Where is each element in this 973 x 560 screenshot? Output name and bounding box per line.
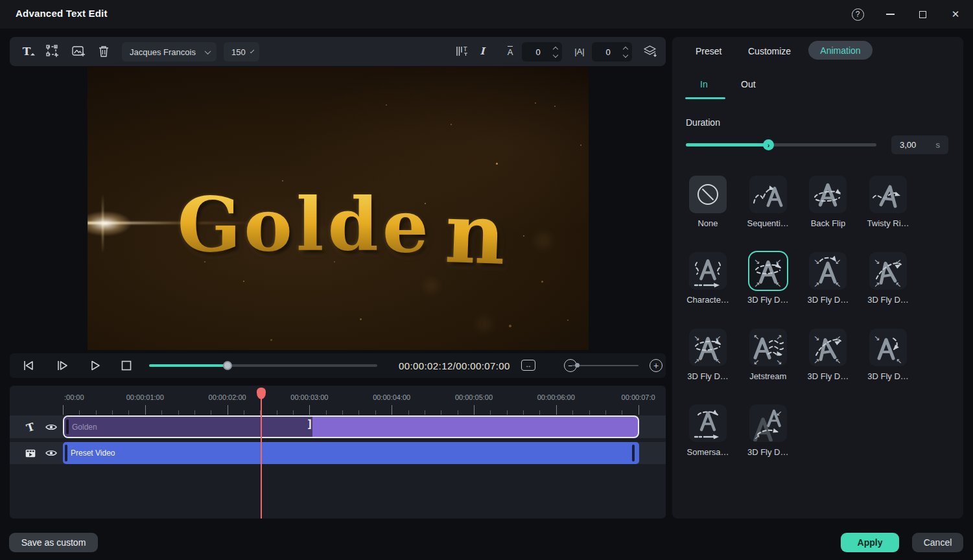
tab-animation[interactable]: Animation bbox=[808, 41, 873, 60]
stop-button[interactable] bbox=[119, 358, 134, 373]
tab-preset[interactable]: Preset bbox=[696, 46, 721, 56]
ruler-tick bbox=[539, 410, 540, 415]
italic-button[interactable]: I bbox=[473, 41, 492, 61]
animation-preset-thumbnail[interactable] bbox=[869, 176, 907, 213]
titlebar: Advanced Text Edit ? ✕ bbox=[0, 0, 973, 29]
add-image-button[interactable] bbox=[69, 41, 88, 61]
animation-preset-3d-fly-d-[interactable]: ↘↙↗↖3D Fly D… bbox=[740, 252, 796, 305]
close-button[interactable]: ✕ bbox=[947, 6, 964, 22]
letter-spacing-button[interactable]: |A| bbox=[570, 41, 589, 61]
subtab-out[interactable]: Out bbox=[741, 79, 756, 89]
animation-preset-back-flip[interactable]: Back Flip bbox=[800, 176, 856, 228]
preview-letter: d bbox=[327, 189, 382, 261]
animation-preset-thumbnail[interactable]: ↘↖ bbox=[869, 329, 907, 366]
ruler-label: 00:00:04:00 bbox=[366, 393, 417, 401]
ruler-tick bbox=[309, 405, 310, 415]
line-spacing-button[interactable]: A bbox=[500, 41, 520, 61]
animation-preset-label: 3D Fly D… bbox=[800, 371, 856, 381]
animation-preset-thumbnail[interactable] bbox=[689, 404, 727, 442]
svg-text:T: T bbox=[463, 46, 467, 52]
cancel-button[interactable]: Cancel bbox=[912, 533, 963, 552]
svg-text:↖: ↖ bbox=[715, 357, 721, 366]
animation-preset-thumbnail[interactable] bbox=[689, 176, 727, 213]
animation-preset-thumbnail[interactable]: ↙↗ bbox=[749, 404, 787, 442]
svg-text:↖: ↖ bbox=[835, 357, 841, 366]
play-button[interactable] bbox=[88, 358, 103, 373]
video-clip[interactable]: Preset Video bbox=[63, 442, 639, 464]
animation-preset-3d-fly-d-[interactable]: ↘↙↗↖3D Fly D… bbox=[860, 252, 916, 305]
delete-button[interactable] bbox=[94, 41, 113, 61]
timeline-zoom-slider[interactable] bbox=[572, 365, 639, 366]
animation-preset-thumbnail[interactable]: ↘↙↗↖ bbox=[869, 252, 907, 290]
save-as-custom-button[interactable]: Save as custom bbox=[9, 533, 98, 552]
add-text-button[interactable]: T bbox=[17, 41, 36, 61]
animation-preset-3d-fly-d-[interactable]: ↘↙↗↖3D Fly D… bbox=[800, 252, 856, 305]
playback-progress-slider[interactable] bbox=[149, 364, 377, 367]
svg-text:↖: ↖ bbox=[896, 357, 902, 366]
duration-slider[interactable]: › bbox=[686, 143, 876, 146]
zoom-in-button[interactable]: + bbox=[650, 359, 662, 372]
animation-preset-3d-fly-d-[interactable]: ↙↗3D Fly D… bbox=[740, 404, 796, 457]
text-clip[interactable]: Golden ] bbox=[63, 415, 639, 438]
ruler-label: :00:00 bbox=[64, 393, 84, 401]
video-preview: Golden bbox=[88, 67, 589, 350]
progress-handle[interactable] bbox=[223, 361, 232, 370]
duration-value-box[interactable]: 3,00 s bbox=[891, 135, 948, 154]
animation-preset-thumbnail[interactable]: ↘↙↗↖ bbox=[809, 252, 847, 290]
playhead-line[interactable] bbox=[261, 395, 262, 519]
duration-slider-handle[interactable]: › bbox=[763, 139, 774, 150]
animation-preset-thumbnail[interactable]: ↘↙↗↖ bbox=[689, 329, 727, 366]
clip-trim-handle-right[interactable] bbox=[632, 445, 635, 461]
previous-frame-button[interactable] bbox=[21, 358, 36, 373]
clip-trim-handle-left[interactable] bbox=[65, 445, 67, 461]
minimize-button[interactable] bbox=[882, 6, 898, 22]
clip-label: Preset Video bbox=[71, 449, 115, 458]
maximize-button[interactable] bbox=[914, 6, 931, 22]
ruler-label: 00:00:03:00 bbox=[283, 393, 335, 401]
animation-preset-jetstream[interactable]: ↖↗↙↘Jetstream bbox=[740, 329, 796, 381]
vertical-text-button[interactable]: T bbox=[453, 41, 473, 61]
play-icon bbox=[89, 359, 102, 372]
animation-preset-thumbnail[interactable]: ↘↙↗↖ bbox=[749, 252, 787, 290]
playhead-handle[interactable] bbox=[257, 388, 266, 399]
animation-preset-3d-fly-d-[interactable]: ↘↙↗↖3D Fly D… bbox=[800, 329, 856, 381]
help-icon[interactable]: ? bbox=[849, 6, 866, 22]
transform-button[interactable] bbox=[43, 41, 62, 61]
ruler-tick bbox=[507, 410, 508, 415]
apply-button[interactable]: Apply bbox=[841, 533, 899, 552]
zoom-slider-handle[interactable] bbox=[575, 363, 580, 368]
animation-preset-none[interactable]: None bbox=[680, 176, 736, 228]
font-size-select[interactable]: 150 bbox=[224, 42, 259, 62]
animation-preset-somersa-[interactable]: Somersa… bbox=[680, 404, 736, 457]
lens-flare-vertical bbox=[102, 194, 104, 253]
subtab-in[interactable]: In bbox=[700, 79, 708, 89]
animation-preset-characte-[interactable]: Characte… bbox=[680, 252, 736, 305]
animation-preset-sequenti-[interactable]: Sequenti… bbox=[740, 176, 796, 228]
fit-to-window-button[interactable]: ↔ bbox=[521, 360, 535, 371]
ruler-tick bbox=[244, 410, 244, 415]
font-size-value: 150 bbox=[231, 47, 246, 57]
track-visibility-toggle[interactable] bbox=[43, 421, 59, 434]
animation-preset-thumbnail[interactable]: ↖↗↙↘ bbox=[749, 329, 787, 366]
animation-preset-3d-fly-d-[interactable]: ↘↖3D Fly D… bbox=[860, 329, 916, 381]
clip-trim-handle-left[interactable] bbox=[66, 419, 69, 434]
animation-preset-thumbnail[interactable]: ↘↙↗↖ bbox=[809, 329, 847, 366]
svg-text:↗: ↗ bbox=[814, 281, 819, 289]
next-frame-button[interactable] bbox=[54, 358, 70, 373]
animation-preset-thumbnail[interactable] bbox=[689, 252, 727, 290]
line-spacing-stepper[interactable]: 0 bbox=[522, 42, 562, 62]
letter-spacing-stepper[interactable]: 0 bbox=[592, 42, 632, 62]
tab-customize[interactable]: Customize bbox=[748, 46, 791, 56]
animation-preset-twisty-ri-[interactable]: Twisty Ri… bbox=[860, 176, 916, 228]
preview-title-text[interactable]: Golden bbox=[88, 189, 589, 261]
layers-button[interactable] bbox=[640, 41, 660, 61]
animation-preset-thumbnail[interactable] bbox=[809, 176, 847, 213]
animation-boundary-marker[interactable]: ] bbox=[308, 418, 311, 430]
track-visibility-toggle[interactable] bbox=[43, 447, 59, 460]
animation-preset-thumbnail[interactable] bbox=[749, 176, 787, 213]
stepper-arrows-icon[interactable] bbox=[624, 47, 627, 57]
animation-preset-3d-fly-d-[interactable]: ↘↙↗↖3D Fly D… bbox=[680, 329, 736, 381]
flipIn-icon: ↘↙↗↖ bbox=[810, 253, 846, 289]
font-family-select[interactable]: Jacques Francois bbox=[122, 42, 217, 62]
stepper-arrows-icon[interactable] bbox=[554, 47, 557, 57]
